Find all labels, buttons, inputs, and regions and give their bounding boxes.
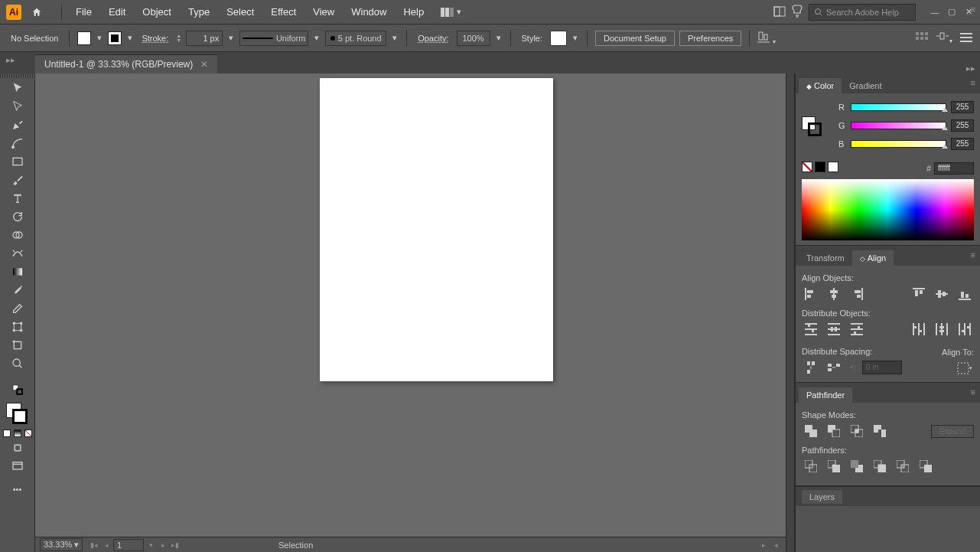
stroke-weight-input[interactable]: 1 px	[186, 31, 223, 46]
hex-input[interactable]: ffffff	[934, 162, 974, 175]
align-right-button[interactable]	[848, 286, 866, 302]
rectangle-tool[interactable]	[8, 153, 28, 170]
color-spectrum[interactable]	[802, 179, 974, 240]
menu-type[interactable]: Type	[181, 3, 217, 21]
panel-dock-expand-icon[interactable]: ▸▸	[966, 64, 975, 73]
divide-button[interactable]	[802, 458, 820, 475]
screen-mode-icon[interactable]	[8, 458, 28, 475]
align-top-button[interactable]	[910, 286, 928, 302]
isolate-icon[interactable]: ▾	[936, 32, 952, 44]
transform-tab[interactable]: Transform	[799, 250, 852, 266]
arrange-documents-icon[interactable]	[773, 6, 786, 18]
color-panel-menu[interactable]: ≡	[971, 78, 975, 87]
edit-toolbar-button[interactable]: •••	[8, 481, 28, 498]
tab-close-button[interactable]: ✕	[200, 59, 208, 70]
dist-right-button[interactable]	[956, 321, 974, 338]
brush-dropdown[interactable]: ▾	[391, 31, 399, 45]
exclude-button[interactable]	[871, 423, 889, 439]
minus-front-button[interactable]	[825, 423, 843, 439]
paintbrush-tool[interactable]	[8, 171, 28, 188]
curvature-tool[interactable]	[8, 135, 28, 152]
width-tool[interactable]	[8, 245, 28, 262]
layers-tab[interactable]: Layers	[802, 490, 842, 504]
pen-tool[interactable]	[8, 116, 28, 133]
profile-dropdown[interactable]: ▾	[313, 31, 321, 45]
dist-hspace-button[interactable]	[825, 359, 843, 376]
menu-select[interactable]: Select	[219, 3, 262, 21]
first-artboard-button[interactable]: ▮◂	[89, 540, 99, 550]
black-swatch[interactable]	[815, 162, 825, 172]
expand-panels-icon[interactable]: ▸▸	[6, 55, 15, 65]
panel-fill-stroke[interactable]	[802, 116, 823, 138]
maximize-button[interactable]: ▢	[946, 7, 957, 18]
rotate-tool[interactable]	[8, 208, 28, 225]
default-fill-stroke-icon[interactable]	[8, 381, 28, 398]
gradient-tab[interactable]: Gradient	[842, 78, 889, 93]
align-left-button[interactable]	[802, 286, 820, 302]
menu-effect[interactable]: Effect	[263, 3, 304, 21]
document-setup-button[interactable]: Document Setup	[595, 31, 675, 46]
align-bottom-button[interactable]	[956, 286, 974, 302]
transform-icon[interactable]	[916, 32, 928, 44]
artboard[interactable]	[320, 78, 553, 381]
layers-panel-menu[interactable]: ≡	[971, 5, 975, 14]
next-artboard-button[interactable]: ▸	[158, 540, 168, 550]
gradient-tool[interactable]	[8, 263, 28, 280]
zoom-level[interactable]: 33.33% ▾	[40, 538, 83, 551]
menu-object[interactable]: Object	[135, 3, 179, 21]
pathfinder-tab[interactable]: Pathfinder	[799, 387, 852, 403]
none-mode-icon[interactable]	[24, 429, 33, 438]
home-button[interactable]	[28, 3, 46, 21]
menu-help[interactable]: Help	[396, 3, 431, 21]
document-tab[interactable]: Untitled-1 @ 33.33% (RGB/Preview) ✕	[35, 54, 217, 73]
color-tab[interactable]: ◆Color	[799, 78, 842, 93]
direct-selection-tool[interactable]	[8, 98, 28, 115]
b-slider[interactable]	[851, 140, 946, 148]
stroke-weight-stepper[interactable]: ▲▼	[176, 34, 181, 43]
minimize-button[interactable]: —	[930, 7, 940, 18]
dist-bottom-button[interactable]	[848, 321, 866, 338]
preferences-button[interactable]: Preferences	[679, 31, 741, 46]
search-input[interactable]: Search Adobe Help	[809, 4, 916, 21]
crop-button[interactable]	[871, 458, 889, 475]
dist-vspace-button[interactable]	[802, 359, 820, 376]
last-artboard-button[interactable]: ▸▮	[170, 540, 181, 550]
dist-left-button[interactable]	[910, 321, 928, 338]
align-tab[interactable]: ◇Align	[852, 250, 894, 266]
opacity-dropdown[interactable]: ▾	[495, 31, 503, 45]
align-hcenter-button[interactable]	[825, 286, 843, 302]
brush-definition[interactable]: 5 pt. Round	[325, 31, 386, 46]
align-flyout-button[interactable]: ▾	[757, 31, 776, 45]
r-value[interactable]: 255	[951, 101, 974, 113]
merge-button[interactable]	[848, 458, 866, 475]
selection-tool[interactable]	[8, 80, 28, 96]
draw-mode-icon[interactable]	[8, 439, 28, 456]
scroll-right-button[interactable]: ▸	[758, 540, 769, 550]
pathfinder-panel-menu[interactable]: ≡	[971, 387, 975, 397]
trim-button[interactable]	[825, 458, 843, 475]
spacing-input[interactable]: 0 in	[862, 361, 902, 374]
artboard-tool[interactable]	[8, 337, 28, 354]
prev-artboard-button[interactable]: ◂	[101, 540, 112, 550]
r-slider[interactable]	[851, 103, 946, 111]
stroke-weight-dropdown[interactable]: ▾	[227, 31, 235, 45]
menu-window[interactable]: Window	[343, 3, 394, 21]
unite-button[interactable]	[802, 423, 820, 439]
shape-builder-tool[interactable]	[8, 227, 28, 243]
align-panel-menu[interactable]: ≡	[971, 250, 975, 260]
minus-back-button[interactable]	[917, 458, 935, 475]
artboard-dropdown[interactable]: ▾	[145, 540, 156, 550]
dist-vcenter-button[interactable]	[825, 321, 843, 338]
style-swatch[interactable]	[550, 31, 567, 46]
hint-icon[interactable]	[792, 5, 803, 20]
menu-view[interactable]: View	[305, 3, 342, 21]
g-value[interactable]: 255	[951, 119, 974, 132]
none-swatch[interactable]	[802, 162, 812, 172]
white-swatch[interactable]	[828, 162, 838, 172]
workspace-switcher[interactable]: ▾	[439, 5, 462, 20]
intersect-button[interactable]	[848, 423, 866, 439]
scroll-left-button[interactable]: ◂	[770, 540, 781, 550]
canvas-area[interactable]: 33.33% ▾ ▮◂ ◂ 1 ▾ ▸ ▸▮ Selection ▸ ◂	[35, 73, 786, 552]
eraser-tool[interactable]	[8, 300, 28, 317]
style-dropdown[interactable]: ▾	[571, 31, 579, 45]
